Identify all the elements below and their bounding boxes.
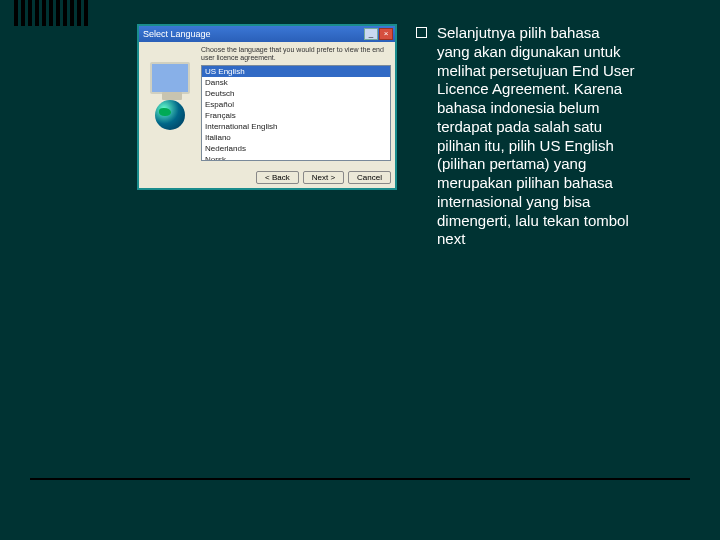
cancel-button[interactable]: Cancel — [348, 171, 391, 184]
language-listbox[interactable]: US EnglishDanskDeutschEspañolFrançaisInt… — [201, 65, 391, 161]
dialog-title: Select Language — [143, 29, 363, 39]
language-option[interactable]: Deutsch — [202, 88, 390, 99]
dialog-instruction: Choose the language that you would prefe… — [201, 46, 391, 61]
language-option[interactable]: US English — [202, 66, 390, 77]
select-language-dialog: Select Language _ × Choose the language … — [137, 24, 397, 190]
minimize-button[interactable]: _ — [364, 28, 378, 40]
monitor-icon — [150, 62, 190, 94]
next-button[interactable]: Next > — [303, 171, 344, 184]
close-button[interactable]: × — [379, 28, 393, 40]
language-option[interactable]: Norsk — [202, 154, 390, 161]
language-option[interactable]: Français — [202, 110, 390, 121]
bullet-icon — [416, 27, 427, 38]
language-option[interactable]: International English — [202, 121, 390, 132]
dialog-sidebar — [143, 46, 197, 161]
slide-instruction-text: Selanjutnya pilih bahasa yang akan digun… — [416, 24, 636, 249]
slide-top-marks — [14, 0, 88, 26]
dialog-titlebar: Select Language _ × — [139, 26, 395, 42]
language-option[interactable]: Dansk — [202, 77, 390, 88]
language-option[interactable]: Español — [202, 99, 390, 110]
slide-divider — [30, 478, 690, 480]
language-option[interactable]: Italiano — [202, 132, 390, 143]
instruction-lead: Selanjutnya pilih bahasa — [437, 24, 600, 41]
language-option[interactable]: Nederlands — [202, 143, 390, 154]
globe-icon — [155, 100, 185, 130]
back-button[interactable]: < Back — [256, 171, 299, 184]
instruction-body: yang akan digunakan untuk melihat perset… — [437, 43, 635, 248]
